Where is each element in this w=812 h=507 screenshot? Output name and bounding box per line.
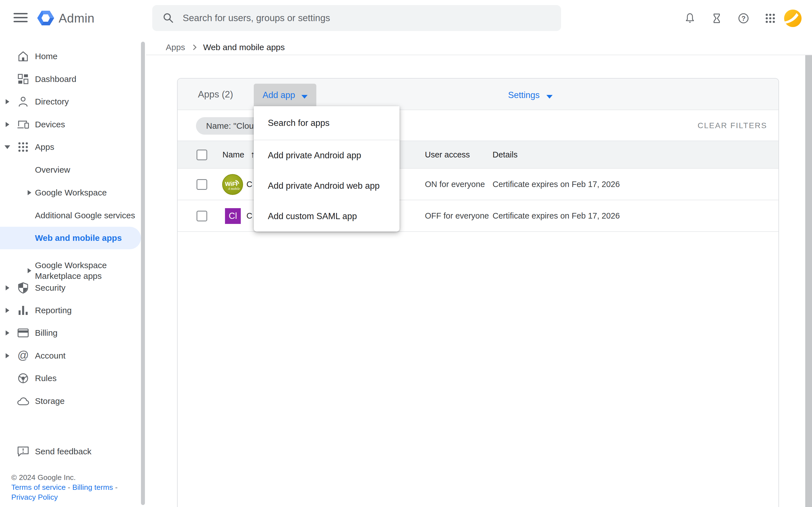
breadcrumb: Apps Web and mobile apps [166, 40, 285, 55]
steering-wheel-icon [16, 372, 30, 385]
billing-terms-link[interactable]: Billing terms [72, 483, 113, 492]
row-checkbox[interactable] [197, 211, 207, 221]
sidebar-item-home[interactable]: Home [0, 45, 141, 68]
chevron-down-icon [546, 95, 553, 99]
bar-chart-icon [16, 304, 30, 317]
top-app-bar: Admin ? [0, 0, 812, 37]
expand-arrow-icon[interactable] [28, 268, 31, 273]
sidebar-footer: © 2024 Google Inc. Terms of service - Bi… [11, 473, 133, 502]
expand-arrow-icon[interactable] [6, 99, 9, 104]
sidebar-item-directory[interactable]: Directory [0, 91, 141, 113]
clear-filters-button[interactable]: CLEAR FILTERS [698, 110, 767, 141]
privacy-policy-link[interactable]: Privacy Policy [11, 493, 58, 501]
sidebar-item-reporting[interactable]: Reporting [0, 299, 141, 322]
app-name[interactable]: C [246, 169, 252, 200]
sidebar-item-devices[interactable]: Devices [0, 113, 141, 136]
sidebar-item-overview[interactable]: Overview [0, 159, 141, 181]
chevron-down-icon [301, 95, 308, 99]
sidebar-item-billing[interactable]: Billing [0, 322, 141, 344]
terms-of-service-link[interactable]: Terms of service [11, 483, 66, 492]
settings-button[interactable]: Settings [501, 83, 560, 107]
expand-arrow-icon[interactable] [6, 285, 9, 290]
credit-card-icon [16, 326, 30, 340]
send-feedback-button[interactable]: Send feedback [0, 440, 141, 463]
page-scrollbar[interactable] [805, 55, 812, 507]
apps-toolbar: Apps (2) Add app Settings [177, 78, 778, 110]
dashboard-icon [16, 72, 30, 86]
divider [146, 55, 812, 55]
sidebar-scrollbar[interactable] [141, 42, 145, 505]
help-icon[interactable]: ? [737, 12, 750, 25]
user-access-value: ON for everyone [425, 169, 485, 200]
sidebar-item-apps[interactable]: Apps [0, 136, 141, 158]
expand-arrow-icon[interactable] [6, 353, 9, 358]
product-title: Admin [59, 0, 94, 37]
feedback-icon [16, 445, 30, 458]
search-input[interactable] [183, 13, 561, 23]
menu-item-add-custom-saml-app[interactable]: Add custom SAML app [254, 201, 400, 231]
sidebar-item-storage[interactable]: Storage [0, 390, 141, 412]
sidebar-nav: Home Dashboard Directory Devices [0, 37, 146, 507]
home-icon [16, 50, 30, 63]
expand-arrow-icon[interactable] [6, 308, 9, 313]
sidebar-item-security[interactable]: Security [0, 277, 141, 299]
sidebar-item-web-and-mobile-apps[interactable]: Web and mobile apps [0, 227, 141, 249]
cloud-icon [16, 394, 30, 408]
svg-text:WiFi: WiFi [225, 180, 238, 187]
notifications-bell-icon[interactable] [683, 12, 696, 25]
cl-initials-badge-icon: Cl [225, 208, 241, 224]
sidebar-item-dashboard[interactable]: Dashboard [0, 68, 141, 91]
chevron-right-icon [191, 45, 197, 50]
svg-text:4 mobile: 4 mobile [228, 187, 240, 191]
menu-item-search-for-apps[interactable]: Search for apps [254, 106, 400, 140]
svg-text:?: ? [742, 15, 746, 22]
page-title: Web and mobile apps [203, 43, 285, 52]
account-avatar[interactable] [784, 10, 802, 27]
apps-grid-icon[interactable] [764, 12, 777, 25]
column-header-name[interactable]: Name ↑ [222, 141, 255, 168]
copyright-text: © 2024 Google Inc. [11, 473, 133, 483]
sidebar-item-additional-google-services[interactable]: Additional Google services [0, 204, 141, 227]
expand-arrow-icon[interactable] [6, 122, 9, 127]
global-search-bar[interactable] [152, 5, 561, 31]
sidebar-item-google-workspace[interactable]: Google Workspace [0, 181, 141, 204]
wifi-4-mobile-logo-icon: WiFi 4 mobile [222, 174, 243, 195]
at-sign-icon: @ [16, 349, 30, 362]
menu-icon[interactable] [13, 13, 28, 24]
add-app-dropdown-menu: Search for apps Add private Android app … [254, 106, 400, 231]
breadcrumb-apps[interactable]: Apps [166, 43, 185, 52]
menu-item-add-private-android-web-app[interactable]: Add private Android web app [254, 171, 400, 201]
collapse-arrow-icon[interactable] [4, 145, 10, 149]
person-icon [16, 95, 30, 108]
apps-count-label: Apps (2) [198, 78, 233, 110]
expand-arrow-icon[interactable] [6, 330, 9, 335]
menu-item-add-private-android-app[interactable]: Add private Android app [254, 140, 400, 171]
column-header-user-access[interactable]: User access [425, 141, 470, 168]
app-name[interactable]: C [246, 200, 252, 231]
select-all-checkbox[interactable] [197, 150, 207, 160]
apps-grid-icon [16, 140, 30, 154]
details-value: Certificate expires on Feb 17, 2026 [493, 169, 620, 200]
expand-arrow-icon[interactable] [28, 190, 31, 195]
svg-text:@: @ [17, 349, 29, 361]
shield-icon [16, 281, 30, 295]
column-header-details[interactable]: Details [493, 141, 518, 168]
sidebar-item-rules[interactable]: Rules [0, 367, 141, 390]
row-checkbox[interactable] [197, 179, 207, 190]
details-value: Certificate expires on Feb 17, 2026 [493, 200, 620, 231]
user-access-value: OFF for everyone [425, 200, 489, 231]
sidebar-item-account[interactable]: @ Account [0, 344, 141, 367]
devices-icon [16, 118, 30, 131]
hourglass-tasks-icon[interactable] [710, 12, 723, 25]
add-app-button[interactable]: Add app [254, 83, 316, 107]
google-admin-logo-icon [36, 8, 55, 27]
search-icon [162, 11, 175, 24]
